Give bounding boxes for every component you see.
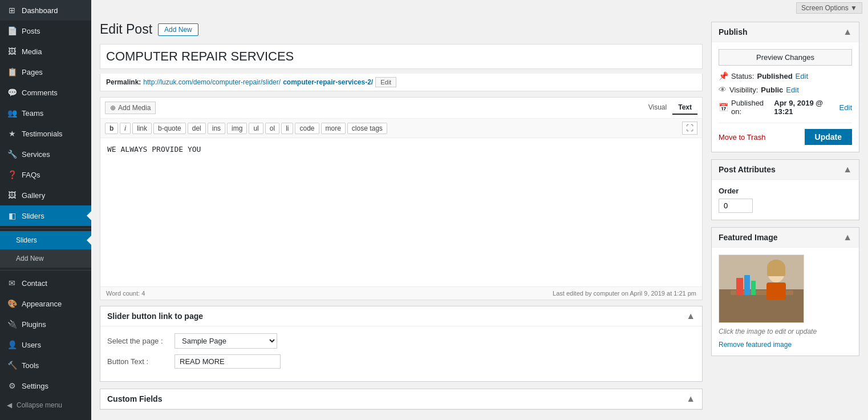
select-page-label: Select the page : (107, 337, 170, 345)
add-media-button[interactable]: ⊕ Add Media (105, 102, 156, 114)
sidebar: ⊞Dashboard📄Posts🖼Media📋Pages💬Comments👥Te… (0, 0, 91, 420)
permalink-url-plain[interactable]: http://luzuk.com/demo/computer-repair/sl… (143, 78, 281, 86)
format-close-tags-button[interactable]: close tags (347, 123, 387, 134)
select-page-dropdown[interactable]: Sample PageHomeAboutContact (175, 333, 277, 349)
order-input[interactable] (719, 199, 753, 213)
post-attributes-panel-toggle[interactable]: ▲ (843, 164, 852, 175)
svg-rect-5 (751, 281, 756, 295)
sidebar-label-plugins: Plugins (22, 320, 46, 329)
post-title-input[interactable] (100, 44, 703, 69)
sidebar-item-media[interactable]: 🖼Media (0, 41, 91, 62)
format-ol-button[interactable]: ol (265, 123, 279, 134)
update-button[interactable]: Update (805, 129, 852, 145)
format-bquote-button[interactable]: b-quote (153, 123, 186, 134)
preview-changes-button[interactable]: Preview Changes (719, 49, 852, 66)
editor-format-bar: b i link b-quote del ins img ul ol li co… (100, 119, 702, 138)
dashboard-icon: ⊞ (7, 5, 17, 15)
add-new-button[interactable]: Add New (158, 23, 198, 36)
sidebar-item-users[interactable]: 👤Users (0, 334, 91, 355)
format-link-button[interactable]: link (132, 123, 152, 134)
format-bold-button[interactable]: b (105, 123, 118, 134)
sidebar-item-appearance[interactable]: 🎨Appearance (0, 293, 91, 314)
sidebar-submenu-sliders[interactable]: Sliders (0, 231, 91, 249)
format-ins-button[interactable]: ins (208, 123, 225, 134)
move-to-trash-link[interactable]: Move to Trash (719, 133, 765, 142)
expand-editor-button[interactable]: ⛶ (682, 122, 697, 135)
right-sidebar: Publish ▲ Preview Changes 📌 Status: Publ… (711, 22, 859, 417)
editor-container: ⊕ Add Media Visual Text b i link b-quo (100, 97, 703, 300)
sidebar-label-appearance: Appearance (22, 300, 62, 308)
sidebar-item-posts[interactable]: 📄Posts (0, 21, 91, 41)
sidebar-item-gallery[interactable]: 🖼Gallery (0, 185, 91, 205)
permalink-url-bold[interactable]: computer-repair-services-2/ (283, 78, 373, 86)
services-icon: 🔧 (7, 149, 17, 159)
sidebar-item-faqs[interactable]: ❓FAQs (0, 164, 91, 185)
format-code-button[interactable]: code (295, 123, 319, 134)
post-attributes-panel-body: Order (712, 180, 859, 220)
status-edit-link[interactable]: Edit (796, 72, 808, 80)
status-label: Status: (731, 72, 754, 80)
featured-image-panel-toggle[interactable]: ▲ (843, 232, 852, 243)
remove-featured-image-link[interactable]: Remove featured image (719, 341, 792, 349)
format-del-button[interactable]: del (188, 123, 206, 134)
sidebar-divider-2 (0, 270, 91, 270)
featured-image-panel-header[interactable]: Featured Image ▲ (712, 228, 859, 248)
button-text-input[interactable] (175, 354, 281, 369)
svg-rect-9 (767, 268, 785, 276)
sidebar-item-comments[interactable]: 💬Comments (0, 82, 91, 103)
slider-button-metabox-toggle[interactable]: ▲ (686, 311, 695, 321)
page-title: Edit Post (100, 22, 152, 37)
tab-text[interactable]: Text (672, 101, 697, 115)
sidebar-label-teams: Teams (22, 109, 43, 118)
sidebar-item-settings[interactable]: ⚙Settings (0, 375, 91, 396)
faqs-icon: ❓ (7, 169, 17, 180)
format-li-button[interactable]: li (281, 123, 293, 134)
sidebar-submenu-add-new[interactable]: Add New (0, 249, 91, 268)
main-content: Screen Options ▼ Edit Post Add New Perma… (91, 0, 868, 420)
sidebar-item-plugins[interactable]: 🔌Plugins (0, 314, 91, 334)
sidebar-item-services[interactable]: 🔧Services (0, 144, 91, 164)
format-more-button[interactable]: more (321, 123, 346, 134)
slider-button-metabox-header[interactable]: Slider button link to page ▲ (100, 306, 702, 326)
add-media-label: Add Media (118, 104, 151, 112)
visibility-icon: 👁 (719, 85, 727, 94)
sidebar-item-dashboard[interactable]: ⊞Dashboard (0, 0, 91, 21)
featured-image-thumbnail[interactable] (719, 255, 804, 323)
format-img-button[interactable]: img (227, 123, 247, 134)
format-ul-button[interactable]: ul (249, 123, 263, 134)
screen-options-button[interactable]: Screen Options ▼ (796, 2, 862, 14)
sidebar-item-testimonials[interactable]: ★Testimonials (0, 123, 91, 144)
published-on-edit-link[interactable]: Edit (839, 103, 852, 112)
format-italic-button[interactable]: i (120, 123, 131, 134)
order-label: Order (719, 187, 852, 195)
permalink-bar: Permalink: http://luzuk.com/demo/compute… (100, 74, 703, 91)
publish-panel: Publish ▲ Preview Changes 📌 Status: Publ… (711, 22, 859, 152)
sidebar-label-testimonials: Testimonials (22, 130, 63, 138)
tab-visual[interactable]: Visual (643, 101, 672, 115)
editor-content[interactable]: WE ALWAYS PROVIDE YOU (100, 138, 702, 286)
sidebar-item-contact[interactable]: ✉Contact (0, 273, 91, 293)
custom-fields-metabox-toggle[interactable]: ▲ (686, 394, 695, 404)
sliders-submenu-label: Sliders (16, 236, 37, 244)
content-area: Edit Post Add New Permalink: http://luzu… (91, 16, 868, 420)
publish-panel-header[interactable]: Publish ▲ (712, 22, 859, 42)
svg-rect-3 (736, 278, 743, 295)
editor-footer: Word count: 4 Last edited by computer on… (100, 286, 702, 300)
custom-fields-metabox-header[interactable]: Custom Fields ▲ (100, 389, 702, 409)
permalink-edit-button[interactable]: Edit (375, 77, 396, 87)
sidebar-item-tools[interactable]: 🔨Tools (0, 355, 91, 375)
publish-panel-body: Preview Changes 📌 Status: Published Edit… (712, 42, 859, 152)
visibility-value: Public (761, 86, 783, 94)
word-count: Word count: 4 (106, 290, 145, 297)
sidebar-item-teams[interactable]: 👥Teams (0, 103, 91, 123)
sidebar-label-dashboard: Dashboard (22, 6, 58, 15)
collapse-menu-btn[interactable]: ◀ Collapse menu (0, 396, 91, 414)
sidebar-label-media: Media (22, 47, 42, 56)
post-attributes-panel-header[interactable]: Post Attributes ▲ (712, 160, 859, 180)
sidebar-item-pages[interactable]: 📋Pages (0, 62, 91, 82)
editor-toolbar-top: ⊕ Add Media Visual Text (100, 98, 702, 119)
media-icon: 🖼 (7, 46, 17, 56)
sidebar-item-sliders[interactable]: ◧Sliders (0, 205, 91, 226)
publish-panel-toggle[interactable]: ▲ (843, 27, 852, 37)
visibility-edit-link[interactable]: Edit (786, 86, 798, 94)
